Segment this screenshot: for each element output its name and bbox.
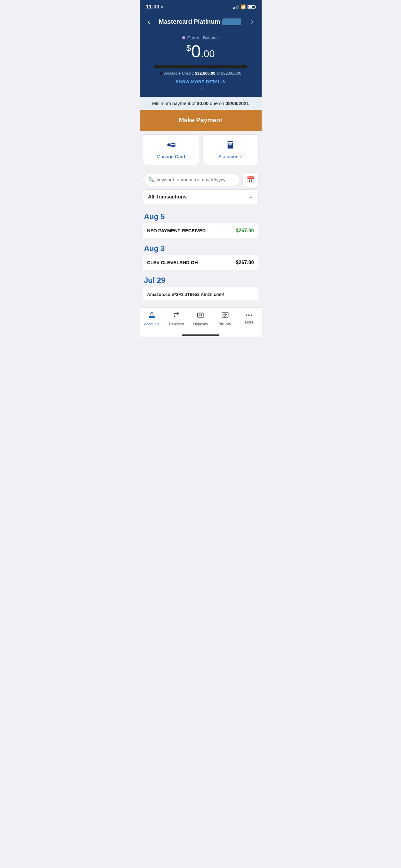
date-header-aug5: Aug 5 <box>140 207 261 223</box>
status-icons: 📶 <box>233 4 255 9</box>
table-row[interactable]: NFO PAYMENT RECEIVED $267.00 <box>143 223 258 239</box>
balance-section: Current Balance $0.00 Available Credit: … <box>140 33 261 97</box>
chevron-down-icon: ⌄ <box>146 85 255 91</box>
credit-progress-bar <box>154 65 248 68</box>
nav-transfers-label: Transfers <box>168 322 184 326</box>
calendar-button[interactable]: 📅 <box>243 173 258 187</box>
balance-label: Current Balance <box>146 35 255 40</box>
quick-actions: Manage Card Statements <box>140 131 261 169</box>
nav-deposits-label: Deposits <box>193 322 208 326</box>
manage-card-icon <box>166 141 176 151</box>
signal-bars <box>233 5 239 9</box>
manage-card-button[interactable]: Manage Card <box>143 134 199 165</box>
accounts-icon <box>148 311 156 321</box>
filter-dropdown: All Transactions Debits Credits ⌄ <box>140 189 261 207</box>
credit-dot <box>160 72 162 75</box>
svg-rect-9 <box>227 142 233 143</box>
available-credit: Available Credit: $32,600.00 of $32,600.… <box>146 71 255 75</box>
svg-rect-7 <box>228 145 232 145</box>
battery-icon <box>248 5 255 9</box>
transaction-amount: $267.00 <box>236 228 254 234</box>
bottom-nav: Accounts Transfers Deposits <box>140 307 261 333</box>
bill-pay-icon <box>221 311 229 321</box>
deposits-icon <box>196 311 205 321</box>
transaction-amount: -$267.00 <box>234 260 254 266</box>
svg-point-15 <box>201 315 201 315</box>
nav-deposits[interactable]: Deposits <box>188 311 213 326</box>
more-icon: ••• <box>245 312 253 319</box>
statements-label: Statements <box>218 154 242 159</box>
payment-due-banner: Minimum payment of $0.00 due on 08/06/20… <box>140 97 261 110</box>
transactions-area: Aug 5 NFO PAYMENT RECEIVED $267.00 Aug 3… <box>140 207 261 307</box>
status-time: 11:03 <box>146 4 159 10</box>
transaction-filter-select[interactable]: All Transactions Debits Credits <box>143 190 258 204</box>
transfers-icon <box>172 311 180 321</box>
transaction-name: NFO PAYMENT RECEIVED <box>147 228 206 233</box>
search-button[interactable]: ○ <box>247 17 256 27</box>
nav-accounts-label: Accounts <box>144 322 159 326</box>
search-input-wrap: 🔍 <box>143 173 240 186</box>
home-bar <box>182 335 219 336</box>
nav-bill-pay[interactable]: Bill Pay <box>213 311 237 326</box>
svg-rect-11 <box>149 316 155 318</box>
location-icon: ➤ <box>161 5 164 9</box>
manage-card-label: Manage Card <box>157 154 185 159</box>
svg-rect-2 <box>170 144 175 145</box>
nav-bill-pay-label: Bill Pay <box>218 322 231 326</box>
statements-button[interactable]: Statements <box>202 134 258 165</box>
svg-rect-8 <box>228 145 231 146</box>
table-row[interactable]: Amazon.com*3F3 JT6953 Amzn.com/ <box>143 287 258 300</box>
home-indicator <box>140 333 261 337</box>
nav-accounts[interactable]: Accounts <box>140 311 164 326</box>
page-title: Mastercard Platinum <box>159 18 220 25</box>
redacted-card-number <box>222 19 241 25</box>
search-input[interactable] <box>157 177 235 182</box>
search-bar-container: 🔍 📅 <box>140 169 261 189</box>
wifi-icon: 📶 <box>240 4 246 9</box>
statements-icon <box>225 141 235 151</box>
date-header-jul29: Jul 29 <box>140 271 261 287</box>
status-bar: 11:03 ➤ 📶 <box>140 0 261 12</box>
balance-amount: $0.00 <box>146 41 255 61</box>
make-payment-button[interactable]: Make Payment <box>140 110 261 131</box>
svg-rect-6 <box>228 143 232 144</box>
nav-transfers[interactable]: Transfers <box>164 311 188 326</box>
filter-select-wrapper: All Transactions Debits Credits ⌄ <box>143 189 258 204</box>
balance-dot <box>182 36 185 39</box>
nav-more-label: More <box>245 320 253 324</box>
table-row[interactable]: CLEV CLEVELAND OH -$267.00 <box>143 255 258 270</box>
transaction-name: Amazon.com*3F3 JT6953 Amzn.com/ <box>147 292 224 297</box>
svg-point-12 <box>151 313 153 315</box>
nav-more[interactable]: ••• More <box>237 312 261 324</box>
back-button[interactable]: ‹ <box>145 16 153 28</box>
transaction-name: CLEV CLEVELAND OH <box>147 260 198 265</box>
svg-rect-3 <box>171 145 173 146</box>
show-more-details-button[interactable]: SHOW MORE DETAILS <box>146 80 255 84</box>
header-title: Mastercard Platinum <box>159 18 241 25</box>
header: ‹ Mastercard Platinum ○ <box>140 12 261 33</box>
date-header-aug3: Aug 3 <box>140 239 261 255</box>
search-icon: 🔍 <box>148 177 154 183</box>
